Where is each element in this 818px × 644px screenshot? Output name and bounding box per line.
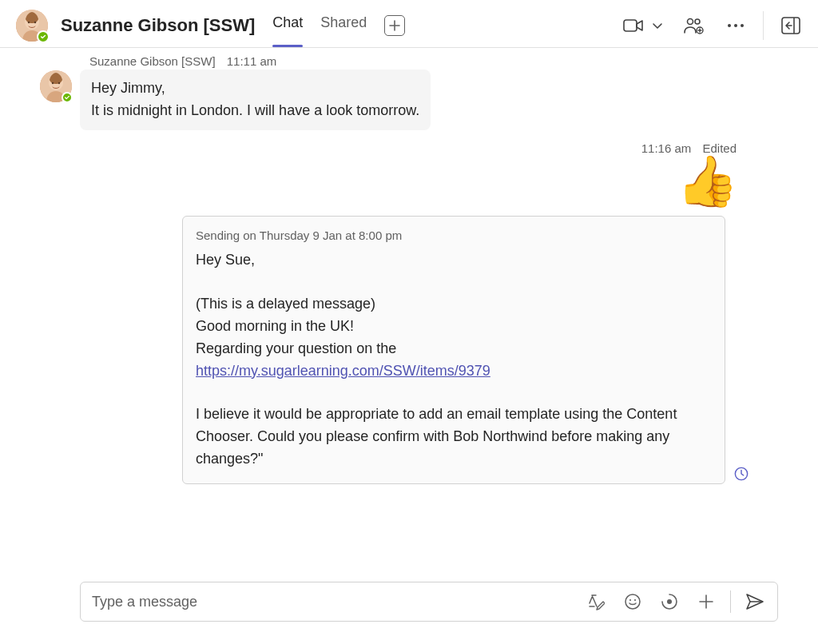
svg-point-10 — [741, 24, 744, 27]
message-text-line: (This is a delayed message) — [196, 293, 712, 316]
divider — [730, 590, 731, 613]
svg-point-19 — [634, 599, 636, 601]
tab-chat[interactable]: Chat — [272, 8, 303, 42]
tab-shared[interactable]: Shared — [320, 8, 367, 42]
chat-tabs: Chat Shared — [272, 8, 405, 42]
people-add-icon — [684, 17, 705, 34]
plus-icon — [698, 594, 714, 610]
svg-point-2 — [28, 21, 30, 22]
format-button[interactable] — [585, 590, 607, 613]
sender-avatar[interactable] — [40, 70, 72, 102]
message-text-line: Good morning in the UK! — [196, 316, 712, 338]
attach-button[interactable] — [695, 590, 717, 613]
svg-point-5 — [688, 18, 693, 24]
emoji-icon — [624, 593, 641, 610]
thumbs-up-emoji[interactable]: 👍 — [677, 157, 738, 206]
message-meta: Suzanne Gibson [SSW] 11:11 am — [80, 54, 431, 68]
svg-point-9 — [734, 24, 737, 27]
sender-name: Suzanne Gibson [SSW] — [89, 54, 216, 68]
message-bubble[interactable]: Hey Jimmy, It is midnight in London. I w… — [80, 70, 431, 130]
outgoing-reaction: 11:16 am Edited 👍 — [16, 141, 740, 206]
contact-avatar[interactable] — [16, 10, 48, 42]
svg-point-3 — [34, 21, 36, 22]
scheduled-time-label: Sending on Thursday 9 Jan at 8:00 pm — [196, 226, 712, 244]
svg-point-20 — [667, 599, 672, 604]
more-options-button[interactable] — [725, 14, 747, 37]
edit-format-icon — [587, 593, 605, 610]
message-text-line: Hey Jimmy, — [91, 78, 419, 100]
svg-point-18 — [629, 599, 631, 601]
contact-name: Suzanne Gibson [SSW] — [61, 15, 255, 36]
video-icon — [623, 18, 644, 34]
scheduled-message-body: Hey Sue, (This is a delayed message) Goo… — [196, 249, 712, 471]
presence-available-icon — [62, 92, 73, 103]
svg-point-8 — [728, 24, 731, 27]
composer-area — [0, 567, 818, 644]
divider — [763, 11, 764, 40]
scheduled-clock-icon — [734, 466, 749, 488]
video-call-button[interactable] — [622, 14, 645, 37]
svg-point-14 — [52, 82, 54, 84]
message-time: 11:11 am — [227, 54, 277, 68]
message-input[interactable] — [92, 594, 578, 610]
svg-point-6 — [695, 19, 700, 24]
composer-actions — [585, 590, 766, 613]
svg-point-15 — [58, 82, 60, 84]
chevron-down-icon — [652, 22, 663, 30]
svg-point-17 — [625, 594, 640, 609]
people-add-button[interactable] — [683, 14, 705, 37]
more-icon — [727, 23, 745, 28]
loop-icon — [661, 593, 678, 610]
send-icon — [745, 593, 764, 610]
message-text-line: I believe it would be appropriate to add… — [196, 403, 712, 471]
message-composer[interactable] — [80, 582, 778, 622]
chat-header: Suzanne Gibson [SSW] Chat Shared — [0, 0, 818, 48]
message-link[interactable]: https://my.sugarlearning.com/SSW/items/9… — [196, 363, 490, 379]
panel-open-icon — [781, 17, 800, 34]
message-text-line: It is midnight in London. I will have a … — [91, 100, 419, 122]
call-options-button[interactable] — [651, 14, 664, 37]
add-tab-button[interactable] — [384, 15, 405, 36]
incoming-message: Suzanne Gibson [SSW] 11:11 am Hey Jimmy,… — [40, 54, 802, 130]
svg-rect-4 — [624, 20, 637, 31]
emoji-button[interactable] — [621, 590, 644, 613]
message-text-line: Regarding your question on the — [196, 338, 712, 360]
send-button[interactable] — [744, 590, 766, 613]
presence-available-icon — [37, 30, 50, 43]
scheduled-message[interactable]: Sending on Thursday 9 Jan at 8:00 pm Hey… — [182, 216, 725, 484]
message-text-line: Hey Sue, — [196, 249, 712, 272]
header-actions — [622, 11, 802, 40]
loop-button[interactable] — [658, 590, 681, 613]
plus-icon — [389, 20, 400, 31]
open-panel-button[interactable] — [780, 14, 802, 37]
chat-area: Suzanne Gibson [SSW] 11:11 am Hey Jimmy,… — [0, 48, 818, 567]
